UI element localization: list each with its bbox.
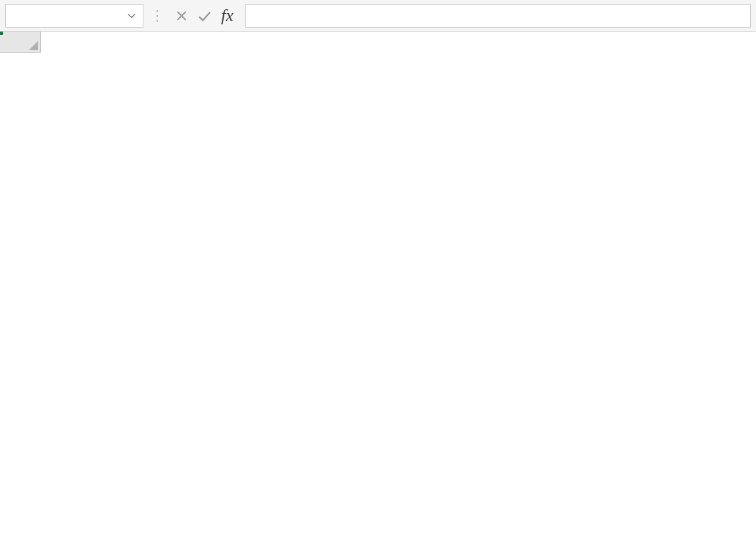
- formula-bar: ⋮ fx: [0, 0, 756, 32]
- formula-controls: fx: [171, 6, 240, 26]
- name-box[interactable]: [5, 4, 143, 28]
- spreadsheet-grid[interactable]: [0, 32, 756, 536]
- separator: ⋮: [149, 7, 166, 24]
- formula-input[interactable]: [245, 4, 751, 28]
- fx-icon[interactable]: fx: [221, 6, 236, 26]
- chevron-down-icon[interactable]: [126, 10, 138, 22]
- enter-icon[interactable]: [197, 9, 212, 23]
- cancel-icon[interactable]: [175, 9, 188, 22]
- select-all-corner[interactable]: [0, 32, 41, 53]
